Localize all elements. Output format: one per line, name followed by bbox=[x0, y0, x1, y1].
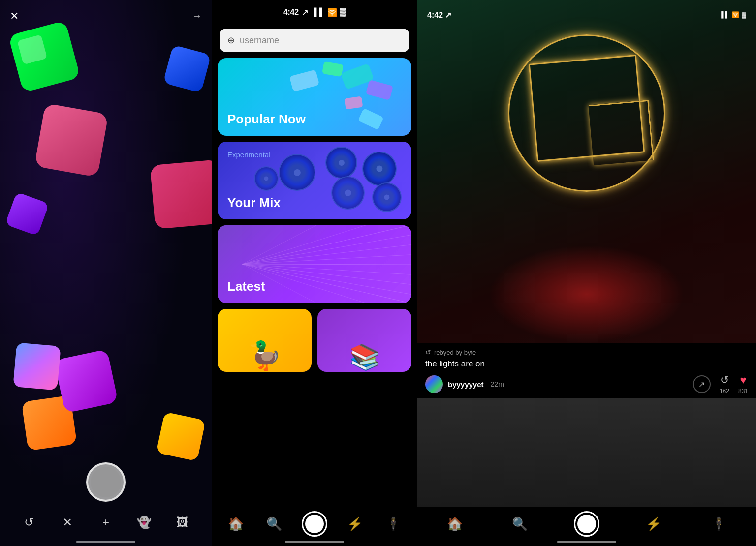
popular-now-label: Popular Now bbox=[227, 112, 306, 127]
status-time-mid: 4:42 bbox=[284, 8, 299, 17]
bottom-nav-right: 🏠 🔍 ⚡ 🕴 bbox=[417, 507, 756, 546]
status-arrow-mid: ↗ bbox=[302, 8, 308, 17]
rebyte-button[interactable]: ↺ 162 bbox=[720, 374, 729, 394]
battery-icon: ▓ bbox=[340, 8, 346, 17]
nav-search-right[interactable]: 🔍 bbox=[509, 513, 531, 535]
svg-line-11 bbox=[243, 225, 317, 264]
nav-home-mid[interactable]: 🏠 bbox=[225, 513, 247, 535]
video-content-top bbox=[417, 0, 756, 343]
close-button[interactable]: ✕ bbox=[10, 10, 19, 23]
svg-line-2 bbox=[243, 245, 411, 264]
video-bottom-bg bbox=[417, 398, 756, 507]
search-panel: 4:42 ↗ ▌▌ 🛜 ▓ ⊕ username Popular Now bbox=[212, 0, 417, 546]
small-cards-row: 🦆 📚 bbox=[218, 309, 411, 372]
feed-panel: 4:42 ↗ ▌▌ 🛜 ▓ ↺ rebyed by byte the light… bbox=[417, 0, 756, 546]
status-icons-mid: ▌▌ 🛜 ▓ bbox=[314, 8, 346, 17]
flip-icon[interactable]: ↺ bbox=[19, 513, 39, 532]
nav-record-button-right[interactable] bbox=[574, 511, 599, 537]
delete-icon[interactable]: ✕ bbox=[58, 513, 77, 532]
rebyte-btn-icon: ↺ bbox=[720, 374, 729, 387]
status-bar-mid: 4:42 ↗ ▌▌ 🛜 ▓ bbox=[212, 0, 417, 25]
capture-button[interactable] bbox=[86, 462, 126, 502]
heart-button[interactable]: ♥ 831 bbox=[738, 374, 748, 394]
avatar[interactable] bbox=[425, 375, 443, 393]
popular-now-card[interactable]: Popular Now bbox=[218, 58, 411, 136]
nav-home-right[interactable]: 🏠 bbox=[444, 513, 466, 535]
red-glow bbox=[488, 245, 685, 343]
purple-large-cube bbox=[54, 349, 118, 413]
username-text[interactable]: byyyyyyet bbox=[448, 380, 484, 389]
svg-line-7 bbox=[243, 264, 411, 295]
svg-line-0 bbox=[243, 225, 411, 264]
status-icons-right: ▌▌ 🛜 ▓ bbox=[721, 11, 746, 18]
nav-activity-mid[interactable]: ⚡ bbox=[344, 513, 366, 535]
rebyte-icon: ↺ bbox=[425, 348, 431, 356]
blue-cube bbox=[163, 45, 211, 93]
pink-large-cube bbox=[150, 159, 212, 229]
green-cube bbox=[8, 21, 81, 93]
nav-profile-mid[interactable]: 🕴 bbox=[382, 513, 404, 535]
user-info: byyyyyyet 22m bbox=[425, 375, 504, 393]
camera-panel: ✕ → ↺ ✕ + 👻 🖼 bbox=[0, 0, 212, 546]
ghost-icon[interactable]: 👻 bbox=[134, 513, 154, 532]
iridescent-cube bbox=[13, 342, 61, 391]
capture-button-area[interactable] bbox=[86, 462, 126, 502]
add-icon[interactable]: + bbox=[96, 513, 116, 532]
svg-line-1 bbox=[243, 235, 411, 264]
nav-profile-right[interactable]: 🕴 bbox=[708, 513, 729, 535]
status-bar-right: 4:42 ↗ ▌▌ 🛜 ▓ bbox=[417, 0, 756, 25]
rebyte-count: 162 bbox=[720, 388, 729, 394]
nav-search-mid[interactable]: 🔍 bbox=[263, 513, 285, 535]
home-indicator bbox=[76, 541, 135, 543]
your-mix-card[interactable]: Experimental Your Mix bbox=[218, 142, 411, 219]
cards-area: Popular Now bbox=[212, 58, 417, 546]
small-card-yellow[interactable]: 🦆 bbox=[218, 309, 312, 372]
svg-line-5 bbox=[243, 264, 411, 274]
heart-icon: ♥ bbox=[740, 374, 746, 387]
home-indicator-right bbox=[557, 541, 616, 543]
svg-line-4 bbox=[243, 264, 411, 265]
small-card-purple[interactable]: 📚 bbox=[317, 309, 411, 372]
svg-line-8 bbox=[243, 264, 411, 303]
wifi-icon: 🛜 bbox=[327, 8, 337, 17]
share-icon: ↗ bbox=[698, 380, 705, 389]
nav-record-button-mid[interactable] bbox=[302, 511, 327, 537]
signal-icon-right: ▌▌ bbox=[721, 11, 729, 18]
camera-top-bar: ✕ → bbox=[0, 0, 212, 27]
svg-line-6 bbox=[243, 264, 411, 284]
nav-record-inner bbox=[305, 515, 324, 533]
rebyte-label: ↺ rebyed by byte bbox=[425, 348, 748, 356]
gallery-icon[interactable]: 🖼 bbox=[173, 513, 192, 532]
post-caption: the lights are on bbox=[425, 359, 748, 369]
share-button[interactable]: ↗ bbox=[693, 375, 711, 393]
yellow-card-emoji: 🦆 bbox=[248, 342, 282, 369]
search-bar-wrapper: ⊕ username bbox=[212, 25, 417, 58]
latest-label: Latest bbox=[227, 279, 265, 294]
purple-card-emoji: 📚 bbox=[349, 345, 380, 369]
your-mix-label: Your Mix bbox=[227, 195, 281, 211]
search-input[interactable]: username bbox=[240, 35, 402, 46]
pink-cube bbox=[34, 103, 109, 178]
nav-activity-right[interactable]: ⚡ bbox=[643, 513, 664, 535]
home-indicator-mid bbox=[285, 541, 344, 543]
search-icon: ⊕ bbox=[227, 35, 235, 46]
neon-square bbox=[529, 55, 645, 162]
heart-count: 831 bbox=[738, 388, 748, 394]
rebyte-text: rebyed by byte bbox=[434, 349, 476, 356]
latest-card[interactable]: Latest bbox=[218, 225, 411, 303]
yellow-cube bbox=[156, 412, 206, 461]
your-mix-sublabel: Experimental bbox=[227, 151, 271, 159]
capture-button-inner bbox=[91, 467, 121, 497]
signal-icon: ▌▌ bbox=[314, 8, 325, 17]
bottom-nav-mid: 🏠 🔍 ⚡ 🕴 bbox=[212, 507, 417, 546]
battery-icon-right: ▓ bbox=[742, 11, 746, 18]
post-time: 22m bbox=[491, 380, 504, 388]
video-content-bottom bbox=[417, 398, 756, 507]
search-bar[interactable]: ⊕ username bbox=[220, 29, 410, 52]
purple-small-cube bbox=[5, 192, 49, 236]
post-info-bar: ↺ rebyed by byte the lights are on byyyy… bbox=[417, 343, 756, 398]
next-arrow-button[interactable]: → bbox=[192, 10, 202, 22]
status-time-right: 4:42 ↗ bbox=[427, 10, 451, 20]
camera-toolbar: ↺ ✕ + 👻 🖼 bbox=[0, 513, 212, 532]
wifi-icon-right: 🛜 bbox=[732, 11, 739, 18]
